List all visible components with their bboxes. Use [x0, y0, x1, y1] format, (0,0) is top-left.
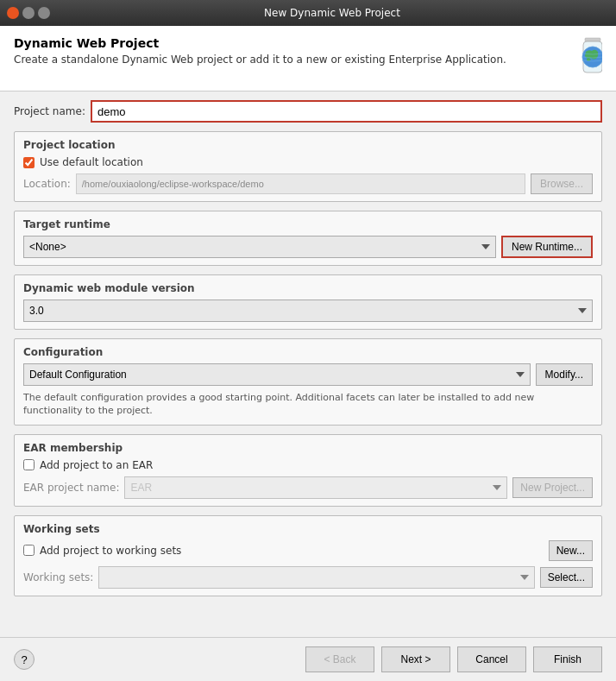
new-runtime-button[interactable]: New Runtime...	[501, 236, 593, 258]
dynamic-web-module-select[interactable]: 3.0 2.5 2.4 2.3 2.2	[23, 300, 593, 322]
ear-project-select[interactable]: EAR	[124, 476, 507, 499]
back-button[interactable]: < Back	[305, 646, 374, 672]
add-to-ear-row: Add project to an EAR	[23, 459, 593, 471]
target-runtime-row: <None> New Runtime...	[23, 236, 593, 258]
dialog-footer: ? < Back Next > Cancel Finish	[0, 637, 616, 681]
add-to-ear-label[interactable]: Add project to an EAR	[40, 459, 153, 471]
modify-button[interactable]: Modify...	[536, 363, 593, 386]
use-default-location-row: Use default location	[23, 156, 593, 168]
configuration-row: Default Configuration Modify...	[23, 363, 593, 386]
browse-button[interactable]: Browse...	[531, 173, 593, 194]
location-row: Location: Browse...	[23, 173, 593, 194]
target-runtime-section: Target runtime <None> New Runtime...	[14, 211, 602, 266]
dialog-content: Project name: Project location Use defau…	[0, 91, 616, 637]
add-to-ear-checkbox[interactable]	[23, 459, 35, 470]
window-title: New Dynamic Web Project	[55, 7, 609, 19]
working-sets-row: Working sets: Select...	[23, 566, 593, 589]
project-name-row: Project name:	[14, 100, 602, 123]
target-runtime-legend: Target runtime	[23, 218, 593, 230]
header-description: Create a standalone Dynamic Web project …	[14, 54, 506, 66]
dynamic-web-module-section: Dynamic web module version 3.0 2.5 2.4 2…	[14, 274, 602, 330]
ear-project-label: EAR project name:	[23, 482, 119, 494]
ear-project-row: EAR project name: EAR New Project...	[23, 476, 593, 499]
ear-membership-legend: EAR membership	[23, 442, 593, 454]
working-sets-label: Working sets:	[23, 571, 93, 583]
project-location-legend: Project location	[23, 139, 593, 151]
add-to-working-sets-row: Add project to working sets	[23, 545, 181, 557]
footer-left: ?	[14, 649, 35, 670]
help-button[interactable]: ?	[14, 649, 35, 670]
dialog: Dynamic Web Project Create a standalone …	[0, 26, 616, 681]
add-to-working-sets-checkbox[interactable]	[23, 545, 35, 556]
configuration-section: Configuration Default Configuration Modi…	[14, 338, 602, 426]
finish-button[interactable]: Finish	[533, 646, 602, 672]
new-project-button[interactable]: New Project...	[512, 477, 593, 498]
svg-rect-0	[585, 38, 600, 41]
working-sets-section: Working sets Add project to working sets…	[14, 515, 602, 596]
configuration-description: The default configuration provides a goo…	[23, 391, 593, 418]
use-default-location-checkbox[interactable]	[23, 157, 35, 168]
next-button[interactable]: Next >	[381, 646, 450, 672]
working-sets-select[interactable]	[98, 566, 534, 589]
dynamic-web-module-legend: Dynamic web module version	[23, 282, 593, 294]
window-controls[interactable]	[7, 7, 50, 19]
configuration-select[interactable]: Default Configuration	[23, 363, 531, 386]
footer-right: < Back Next > Cancel Finish	[305, 646, 602, 672]
minimize-button[interactable]	[22, 7, 35, 19]
configuration-legend: Configuration	[23, 346, 593, 358]
add-to-working-sets-label[interactable]: Add project to working sets	[40, 545, 181, 557]
dynamic-web-module-row: 3.0 2.5 2.4 2.3 2.2	[23, 300, 593, 322]
maximize-button[interactable]	[38, 7, 50, 19]
title-bar: New Dynamic Web Project	[0, 0, 616, 26]
dialog-header: Dynamic Web Project Create a standalone …	[0, 26, 616, 91]
select-working-sets-button[interactable]: Select...	[540, 567, 593, 588]
new-working-sets-button[interactable]: New...	[549, 540, 593, 561]
project-name-input[interactable]	[91, 100, 602, 123]
header-text: Dynamic Web Project Create a standalone …	[14, 36, 506, 66]
cancel-button[interactable]: Cancel	[457, 646, 526, 672]
close-button[interactable]	[7, 7, 19, 19]
working-sets-legend: Working sets	[23, 523, 593, 535]
use-default-location-label[interactable]: Use default location	[40, 156, 143, 168]
header-title: Dynamic Web Project	[14, 36, 506, 50]
location-label: Location:	[23, 178, 71, 190]
globe-icon	[561, 36, 602, 80]
location-input	[76, 173, 525, 194]
target-runtime-select[interactable]: <None>	[23, 236, 496, 258]
project-name-label: Project name:	[14, 105, 85, 117]
ear-membership-section: EAR membership Add project to an EAR EAR…	[14, 434, 602, 507]
project-location-section: Project location Use default location Lo…	[14, 131, 602, 202]
